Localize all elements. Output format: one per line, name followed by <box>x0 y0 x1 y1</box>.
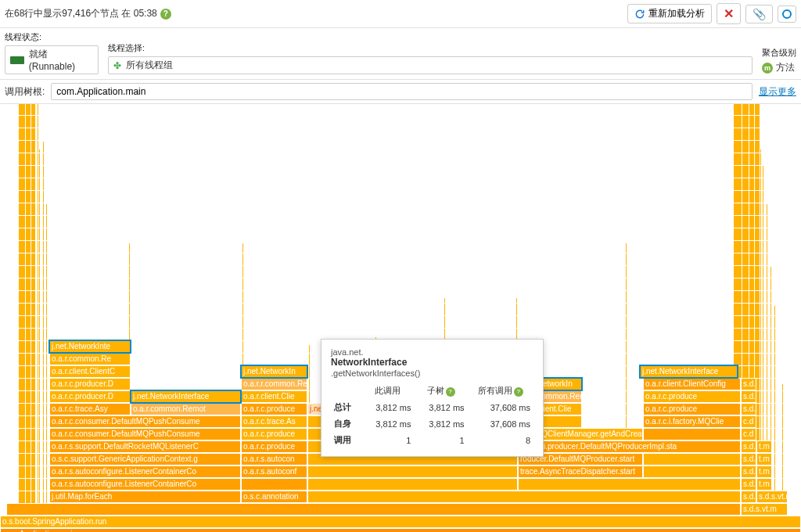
frame[interactable]: o.a.r.c.trace.As <box>241 415 307 428</box>
frame[interactable]: o.a.r.c.i.factory.MQClie <box>643 415 741 428</box>
frame[interactable]: o.a.r.c.produce <box>643 390 741 403</box>
svg-point-0 <box>783 10 791 18</box>
frame[interactable]: j.util.Map.forEach <box>49 491 241 503</box>
frame[interactable]: o.a.r.s.autoconfigure.ListenerContainerC… <box>49 466 241 478</box>
clover-icon: ✤ <box>113 60 121 71</box>
frame[interactable]: o.a.r.client.ClientConfig <box>643 378 741 390</box>
circle-icon <box>781 9 792 20</box>
frame[interactable]: o.a.r.r.common.Remot <box>241 378 307 390</box>
select-label: 线程选择: <box>108 42 753 54</box>
frame[interactable] <box>6 503 741 516</box>
frame[interactable]: s.d.s <box>741 403 756 415</box>
aggregation-selector[interactable]: m 方法 <box>762 61 796 74</box>
frame[interactable]: o.a.r.c.consumer.DefaultMQPushConsume <box>49 428 241 440</box>
frame[interactable] <box>307 478 518 491</box>
frame[interactable]: s.d.s <box>741 491 756 503</box>
runnable-icon <box>10 56 24 64</box>
flame-graph[interactable]: j.net.NetworkInte o.a.r.common.Re o.a.r.… <box>0 104 801 532</box>
frame[interactable] <box>643 428 741 440</box>
frame[interactable] <box>307 491 741 503</box>
frame[interactable]: o.a.r.c.consumer.DefaultMQPushConsume <box>49 415 241 428</box>
frame[interactable]: s.d.s <box>741 478 756 491</box>
frame[interactable]: s.d.s <box>741 453 756 466</box>
status-text: 在68行中显示97,416个节点 在 05:38 <box>5 7 157 20</box>
close-button[interactable]: ✕ <box>717 3 741 24</box>
frame[interactable]: o.a.r.s.autoconf <box>241 466 307 478</box>
paperclip-icon: 📎 <box>753 8 766 20</box>
frame[interactable]: t.m <box>756 453 772 466</box>
frame[interactable] <box>643 466 741 478</box>
frame[interactable]: o.a.r.client.ClientC <box>49 365 131 378</box>
frame[interactable]: s.d.s.vt.m <box>756 491 788 503</box>
frame-tooltip: java.net. NetworkInterface .getNetworkIn… <box>321 339 544 457</box>
tooltip-package: java.net. <box>331 347 533 357</box>
frame[interactable]: o.a.r.s.support.DefaultRocketMQListenerC <box>49 440 241 453</box>
method-icon: m <box>762 63 773 74</box>
help-icon[interactable]: ? <box>160 9 171 20</box>
frame[interactable]: s.d.s <box>741 440 756 453</box>
frame[interactable]: o.a.r.s.autocon <box>241 453 307 466</box>
agg-label: 聚合级别 <box>762 47 796 59</box>
frame[interactable]: o.a.r.client.Clie <box>241 390 307 403</box>
frame[interactable]: o.a.r.s.autoconfigure.ListenerContainerC… <box>49 478 241 491</box>
frame[interactable] <box>307 466 518 478</box>
tooltip-table: 此调用 子树? 所有调用? 总计 3,812 ms 3,812 ms 37,60… <box>331 383 533 448</box>
frame[interactable]: o.a.r.c.produce <box>241 428 307 440</box>
frame[interactable]: o.s.c.support.GenericApplicationContext.… <box>49 453 241 466</box>
frame[interactable]: t.m <box>756 478 772 491</box>
call-tree-root-input[interactable] <box>51 83 753 100</box>
thread-group-selector[interactable]: ✤ 所有线程组 <box>108 56 753 74</box>
reload-icon <box>634 9 645 20</box>
frame[interactable]: s.d.s <box>741 390 756 403</box>
extra-button[interactable] <box>778 5 796 23</box>
frame[interactable] <box>643 453 741 466</box>
frame[interactable]: t.m <box>756 466 772 478</box>
show-more-link[interactable]: 显示更多 <box>759 85 796 99</box>
frame[interactable]: o.a.r.c.producer.D <box>49 378 131 390</box>
frame[interactable]: s.d.s <box>741 466 756 478</box>
frame[interactable]: c.d <box>741 415 756 428</box>
help-icon[interactable]: ? <box>446 387 455 397</box>
reload-button[interactable]: 重新加载分析 <box>627 4 712 23</box>
frame-root[interactable]: com.Application.main <box>0 528 801 532</box>
frame[interactable]: c.d <box>741 428 756 440</box>
root-label: 调用树根: <box>5 85 45 99</box>
frame[interactable]: j.net.NetworkInte <box>49 340 131 353</box>
frame[interactable]: o.a.r.common.Re <box>49 353 131 365</box>
frame[interactable]: j.net.NetworkIn <box>241 365 307 378</box>
frame[interactable]: o.a.r.c.produce <box>241 440 307 453</box>
tooltip-method: .getNetworkInterfaces() <box>331 368 533 378</box>
frame[interactable]: t.m <box>756 440 772 453</box>
frame[interactable]: trace.AsyncTraceDispatcher.start <box>518 466 643 478</box>
frame[interactable]: o.a.r.c.i.producer.DefaultMQProducerImpl… <box>518 440 741 453</box>
tooltip-class: NetworkInterface <box>331 357 533 368</box>
frame[interactable]: o.a.r.c.producer.D <box>49 390 131 403</box>
help-icon[interactable]: ? <box>514 387 523 397</box>
frame[interactable]: o.a.r.c.trace.Asy <box>49 403 131 415</box>
thread-state-selector[interactable]: 就绪(Runnable) <box>5 45 99 74</box>
attach-button[interactable]: 📎 <box>745 5 773 23</box>
frame[interactable] <box>241 478 307 491</box>
frame[interactable]: o.s.c.annotation <box>241 491 307 503</box>
frame[interactable]: o.a.r.c.produce <box>643 403 741 415</box>
frame[interactable]: o.a.r.common.Remot <box>131 403 241 415</box>
frame[interactable]: s.d.s.vt.m <box>741 503 788 516</box>
frame[interactable]: j.net.NetworkInterface <box>640 365 738 378</box>
frame[interactable]: j.net.NetworkInterface <box>131 390 241 403</box>
state-label: 线程状态: <box>5 31 99 43</box>
frame-spring-run[interactable]: o.s.boot.SpringApplication.run <box>0 516 801 528</box>
frame[interactable]: s.d.s <box>741 378 756 390</box>
frame[interactable] <box>518 478 741 491</box>
close-icon: ✕ <box>724 6 734 21</box>
frame[interactable]: o.a.r.c.produce <box>241 403 307 415</box>
